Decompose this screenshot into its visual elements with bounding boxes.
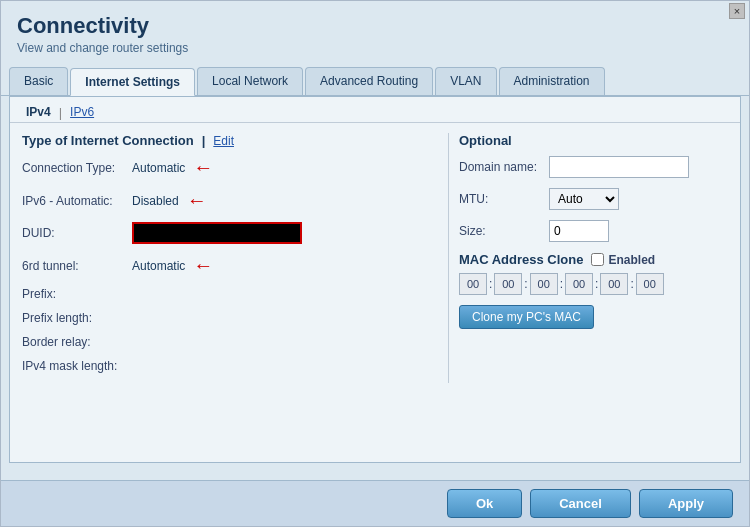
mac-field-4[interactable] [565, 273, 593, 295]
opt-row-mtu: MTU: Auto Manual [459, 188, 728, 210]
mac-fields: : : : : : [459, 273, 728, 295]
sub-tab-ipv6[interactable]: IPv6 [66, 103, 98, 122]
main-content: Type of Internet Connection | Edit Conne… [10, 123, 740, 393]
mtu-select[interactable]: Auto Manual [549, 188, 619, 210]
mac-sep-1: : [489, 277, 492, 291]
value-6rd-tunnel: Automatic [132, 259, 185, 273]
tab-internet-settings[interactable]: Internet Settings [70, 68, 195, 96]
mac-field-1[interactable] [459, 273, 487, 295]
optional-title: Optional [459, 133, 728, 148]
tab-local-network[interactable]: Local Network [197, 67, 303, 95]
content-panel: IPv4 | IPv6 Type of Internet Connection … [9, 96, 741, 463]
arrow-connection-type: ← [193, 156, 213, 179]
close-button[interactable]: × [729, 3, 745, 19]
tab-advanced-routing[interactable]: Advanced Routing [305, 67, 433, 95]
edit-link[interactable]: Edit [213, 134, 234, 148]
sub-tab-separator: | [55, 103, 66, 122]
footer: Ok Cancel Apply [1, 480, 749, 526]
arrow-6rd-tunnel: ← [193, 254, 213, 277]
label-prefix-length: Prefix length: [22, 311, 132, 325]
label-domain-name: Domain name: [459, 160, 549, 174]
mac-field-3[interactable] [530, 273, 558, 295]
mac-sep-5: : [630, 277, 633, 291]
field-row-connection-type: Connection Type: Automatic ← [22, 156, 428, 179]
section-title: Type of Internet Connection | Edit [22, 133, 428, 148]
opt-row-size: Size: [459, 220, 728, 242]
mac-clone-enabled-text: Enabled [608, 253, 655, 267]
page-subtitle: View and change router settings [17, 41, 733, 55]
mac-field-2[interactable] [494, 273, 522, 295]
cancel-button[interactable]: Cancel [530, 489, 631, 518]
sub-tabs-bar: IPv4 | IPv6 [10, 97, 740, 123]
tab-administration[interactable]: Administration [499, 67, 605, 95]
mac-field-6[interactable] [636, 273, 664, 295]
value-ipv6-automatic: Disabled [132, 194, 179, 208]
mac-clone-checkbox[interactable] [591, 253, 604, 266]
sub-tab-ipv4[interactable]: IPv4 [22, 103, 55, 122]
size-input[interactable] [549, 220, 609, 242]
tab-vlan[interactable]: VLAN [435, 67, 496, 95]
main-window: × Connectivity View and change router se… [0, 0, 750, 527]
page-title: Connectivity [17, 13, 733, 39]
label-size: Size: [459, 224, 549, 238]
label-prefix: Prefix: [22, 287, 132, 301]
field-row-6rd-tunnel: 6rd tunnel: Automatic ← [22, 254, 428, 277]
label-connection-type: Connection Type: [22, 161, 132, 175]
header: Connectivity View and change router sett… [1, 1, 749, 59]
clone-mac-button[interactable]: Clone my PC's MAC [459, 305, 594, 329]
field-row-ipv4-mask-length: IPv4 mask length: [22, 359, 428, 373]
label-border-relay: Border relay: [22, 335, 132, 349]
field-row-prefix: Prefix: [22, 287, 428, 301]
field-row-prefix-length: Prefix length: [22, 311, 428, 325]
mac-field-5[interactable] [600, 273, 628, 295]
tabs-bar: Basic Internet Settings Local Network Ad… [1, 67, 749, 96]
apply-button[interactable]: Apply [639, 489, 733, 518]
tab-basic[interactable]: Basic [9, 67, 68, 95]
domain-name-input[interactable] [549, 156, 689, 178]
mac-clone-enabled-label[interactable]: Enabled [591, 253, 655, 267]
duid-box [132, 222, 302, 244]
field-row-duid: DUID: [22, 222, 428, 244]
label-mtu: MTU: [459, 192, 549, 206]
label-duid: DUID: [22, 226, 132, 240]
mac-sep-2: : [524, 277, 527, 291]
label-ipv4-mask-length: IPv4 mask length: [22, 359, 132, 373]
label-ipv6-automatic: IPv6 - Automatic: [22, 194, 132, 208]
value-connection-type: Automatic [132, 161, 185, 175]
right-panel: Optional Domain name: MTU: Auto Manual [448, 133, 728, 383]
mac-sep-3: : [560, 277, 563, 291]
ok-button[interactable]: Ok [447, 489, 522, 518]
opt-row-domain-name: Domain name: [459, 156, 728, 178]
field-row-border-relay: Border relay: [22, 335, 428, 349]
field-row-ipv6-automatic: IPv6 - Automatic: Disabled ← [22, 189, 428, 212]
arrow-ipv6-automatic: ← [187, 189, 207, 212]
separator: | [202, 133, 206, 148]
left-panel: Type of Internet Connection | Edit Conne… [22, 133, 448, 383]
label-6rd-tunnel: 6rd tunnel: [22, 259, 132, 273]
mac-sep-4: : [595, 277, 598, 291]
mac-clone-title: MAC Address Clone [459, 252, 583, 267]
mac-clone-section: MAC Address Clone Enabled [459, 252, 728, 267]
